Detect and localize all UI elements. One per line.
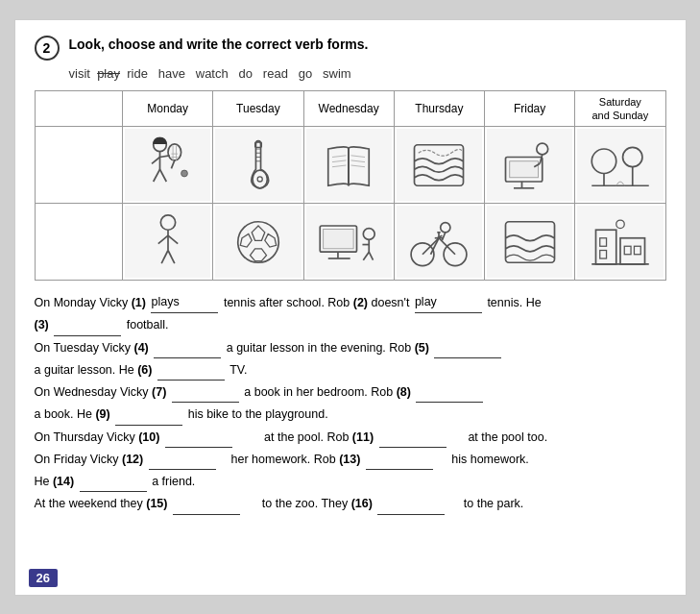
sentence-10: At the weekend they (15) to the zoo. The…	[35, 494, 666, 514]
table-row-vicky	[35, 127, 665, 204]
svg-line-60	[363, 252, 369, 260]
num-6: (6)	[137, 363, 152, 377]
sentence-3: On Tuesday Vicky (4) a guitar lesson in …	[35, 338, 666, 358]
row-rob-label	[35, 204, 123, 281]
num-5: (5)	[415, 341, 429, 355]
tv-icon	[315, 209, 382, 275]
svg-line-71	[443, 232, 446, 240]
text-section: On Monday Vicky (1) plays tennis after s…	[35, 292, 666, 515]
row-vicky-label	[35, 127, 123, 204]
svg-line-4	[153, 169, 159, 182]
svg-point-30	[536, 143, 547, 155]
sentence-6: a book. He (9) his bike to the playgroun…	[35, 405, 666, 425]
blank-14	[80, 491, 147, 492]
pool-icon	[405, 133, 472, 198]
blank-4	[154, 357, 221, 358]
computer-person-icon	[496, 133, 564, 198]
num-10: (10)	[138, 430, 159, 444]
header: 2 Look, choose and write the correct ver…	[35, 36, 666, 61]
cell-rob-monday	[123, 204, 213, 281]
num-8: (8)	[397, 385, 411, 399]
num-9: (9)	[95, 407, 109, 421]
svg-rect-32	[509, 160, 538, 177]
blank-6	[157, 380, 225, 381]
svg-line-7	[171, 160, 174, 168]
svg-rect-73	[505, 221, 554, 262]
blank-7	[172, 402, 239, 403]
svg-point-70	[441, 222, 450, 232]
cell-rob-wednesday	[303, 204, 394, 281]
book-icon	[315, 133, 382, 198]
svg-line-46	[161, 250, 168, 263]
svg-line-25	[332, 165, 346, 167]
svg-line-65	[439, 237, 455, 254]
svg-line-24	[332, 160, 346, 161]
svg-marker-49	[252, 226, 265, 240]
cell-rob-saturday	[575, 204, 665, 281]
sentence-7: On Thursday Vicky (10) at the pool. Rob …	[35, 428, 666, 448]
sentence-5: On Wednesday Vicky (7) a book in her bed…	[35, 382, 666, 403]
svg-point-39	[622, 147, 641, 166]
svg-point-12	[181, 170, 187, 177]
walking-icon	[587, 209, 654, 275]
sentence-2: (3) football.	[35, 315, 666, 335]
strikethrough-word: play	[97, 66, 120, 81]
sentence-4: a guitar lesson. He (6) TV.	[35, 360, 666, 381]
cell-vicky-friday	[485, 127, 575, 204]
bike-icon	[405, 209, 472, 275]
svg-line-45	[168, 235, 178, 244]
num-16: (16)	[351, 497, 373, 510]
svg-line-5	[159, 169, 166, 182]
blank-16	[377, 514, 445, 515]
svg-point-81	[616, 220, 625, 229]
blank-10	[165, 447, 232, 448]
table-row-rob	[35, 204, 665, 281]
cell-vicky-thursday	[394, 127, 484, 204]
svg-line-28	[351, 165, 365, 167]
svg-point-14	[257, 176, 262, 181]
pool2-icon	[496, 209, 564, 275]
num-1: (1)	[132, 296, 146, 309]
svg-line-64	[422, 237, 439, 254]
word-bank: visit play ride have watch do read go sw…	[69, 66, 666, 81]
svg-rect-77	[600, 250, 607, 258]
svg-point-6	[168, 143, 181, 160]
guitar-icon	[225, 133, 292, 198]
num-4: (4)	[134, 341, 149, 355]
cell-vicky-monday	[123, 127, 213, 204]
svg-point-48	[238, 221, 279, 262]
blank-3	[54, 335, 121, 336]
num-15: (15)	[146, 497, 167, 510]
svg-rect-76	[600, 237, 607, 246]
blank-9	[115, 425, 182, 426]
sentence-1: On Monday Vicky (1) plays tennis after s…	[35, 292, 666, 313]
svg-marker-51	[265, 233, 277, 247]
num-13: (13)	[339, 453, 360, 466]
svg-line-27	[351, 160, 365, 161]
cell-vicky-wednesday	[303, 127, 394, 204]
header-friday: Friday	[485, 90, 575, 127]
svg-line-66	[431, 237, 440, 254]
svg-marker-50	[240, 233, 252, 247]
num-12: (12)	[122, 453, 143, 466]
svg-marker-52	[250, 248, 266, 260]
svg-point-37	[591, 149, 616, 174]
header-empty	[35, 90, 123, 127]
blank-2: play	[415, 292, 482, 313]
page-number: 26	[29, 569, 58, 587]
football-icon	[225, 209, 292, 275]
cell-vicky-weekend	[575, 127, 665, 204]
svg-point-57	[363, 228, 374, 239]
schedule-table: Monday Tuesday Wednesday Thursday Friday…	[35, 90, 666, 282]
svg-line-61	[369, 252, 373, 260]
sentence-9: He (14) a friend.	[35, 472, 666, 492]
cell-vicky-tuesday	[213, 127, 303, 204]
scenery-icon	[587, 133, 654, 198]
svg-rect-78	[624, 246, 631, 255]
cell-rob-tuesday	[213, 204, 303, 281]
instruction: Look, choose and write the correct verb …	[69, 36, 369, 55]
blank-5	[434, 357, 501, 358]
svg-line-44	[157, 235, 167, 244]
girl-tennis-icon	[134, 133, 202, 198]
svg-line-47	[168, 250, 175, 263]
